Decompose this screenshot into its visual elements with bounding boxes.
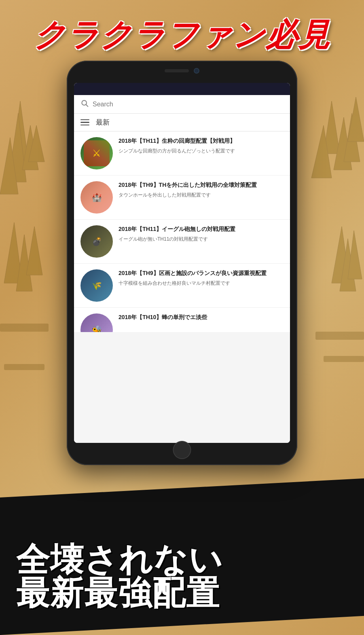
phone-speaker — [165, 69, 189, 72]
phone-camera — [194, 68, 199, 74]
phone-device: 最新 2018年【TH11】生粋の回廊型配置【対戦用】 シンプルな回廊型の方が回… — [67, 61, 297, 465]
item-desc-4: 十字模様を組み合わせた格好良いマルチ村配置です — [119, 279, 284, 287]
bottom-text-line1: 全壊されない — [16, 543, 364, 576]
bottom-text-line2: 最新最強配置 — [16, 576, 364, 610]
list-item[interactable]: 2018年【TH9】THを外に出した対戦用の全壊対策配置 タウンホールを外出しし… — [74, 176, 290, 220]
phone-home-button[interactable] — [173, 441, 191, 459]
status-bar — [74, 83, 290, 95]
bottom-text-container: 全壊されない 最新最強配置 — [0, 543, 364, 610]
hamburger-line-1 — [80, 119, 89, 121]
item-thumbnail-2 — [80, 181, 113, 214]
item-title-5: 2018年【TH10】蜂の単刑でエ淡些 — [119, 313, 284, 322]
svg-rect-19 — [324, 356, 364, 362]
hamburger-line-3 — [80, 125, 89, 126]
item-desc-3: イーグル砲が無いTH11の対戦用配置です — [119, 235, 284, 243]
svg-rect-17 — [315, 332, 364, 340]
item-thumbnail-1 — [80, 137, 113, 169]
nav-title: 最新 — [96, 118, 110, 127]
search-bar[interactable] — [74, 95, 290, 114]
top-banner: クラクラファン必見 — [0, 0, 364, 71]
top-banner-text: クラクラファン必見 — [34, 14, 330, 57]
item-content-1: 2018年【TH11】生粋の回廊型配置【対戦用】 シンプルな回廊型の方が回るんだ… — [119, 137, 284, 155]
svg-line-21 — [86, 105, 88, 107]
item-content-4: 2018年【TH9】区画と施設のバランスが良い資源重視配置 十字模様を組み合わせ… — [119, 269, 284, 287]
hamburger-menu-button[interactable] — [80, 119, 89, 126]
item-content-2: 2018年【TH9】THを外に出した対戦用の全壊対策配置 タウンホールを外出しし… — [119, 181, 284, 199]
item-desc-2: タウンホールを外出しした対戦用配置です — [119, 191, 284, 199]
search-input[interactable] — [93, 101, 284, 108]
item-desc-1: シンプルな回廊型の方が回るんだゾっという配置です — [119, 147, 284, 155]
nav-bar: 最新 — [74, 114, 290, 131]
svg-rect-16 — [0, 324, 49, 332]
list-item[interactable]: 2018年【TH9】区画と施設のバランスが良い資源重視配置 十字模様を組み合わせ… — [74, 264, 290, 308]
search-icon — [80, 99, 89, 109]
list-item[interactable]: 2018年【TH11】生粋の回廊型配置【対戦用】 シンプルな回廊型の方が回るんだ… — [74, 131, 290, 176]
list-item-partial[interactable]: 2018年【TH10】蜂の単刑でエ淡些 — [74, 308, 290, 332]
item-title-2: 2018年【TH9】THを外に出した対戦用の全壊対策配置 — [119, 181, 284, 189]
item-thumbnail-5 — [80, 313, 113, 332]
item-title-3: 2018年【TH11】イーグル砲無しの対戦用配置 — [119, 225, 284, 233]
bottom-banner: 全壊されない 最新最強配置 — [0, 485, 364, 635]
hamburger-line-2 — [80, 122, 89, 123]
content-list[interactable]: 2018年【TH11】生粋の回廊型配置【対戦用】 シンプルな回廊型の方が回るんだ… — [74, 131, 290, 443]
svg-rect-18 — [4, 364, 44, 370]
item-thumbnail-4 — [80, 269, 113, 302]
item-title-1: 2018年【TH11】生粋の回廊型配置【対戦用】 — [119, 137, 284, 145]
item-thumbnail-3 — [80, 225, 113, 258]
item-title-4: 2018年【TH9】区画と施設のバランスが良い資源重視配置 — [119, 269, 284, 277]
item-content-3: 2018年【TH11】イーグル砲無しの対戦用配置 イーグル砲が無いTH11の対戦… — [119, 225, 284, 243]
svg-marker-7 — [26, 226, 42, 275]
list-item[interactable]: 2018年【TH11】イーグル砲無しの対戦用配置 イーグル砲が無いTH11の対戦… — [74, 220, 290, 264]
svg-marker-12 — [348, 97, 364, 142]
phone-top-hardware — [165, 68, 199, 74]
phone-screen: 最新 2018年【TH11】生粋の回廊型配置【対戦用】 シンプルな回廊型の方が回… — [74, 83, 290, 443]
item-content-5: 2018年【TH10】蜂の単刑でエ淡些 — [119, 313, 284, 324]
